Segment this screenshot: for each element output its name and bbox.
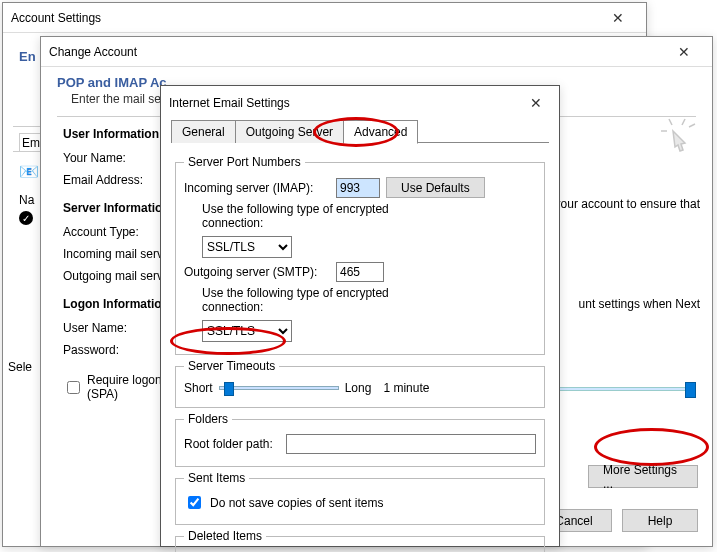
right-info-1: your account to ensure that [555, 197, 700, 211]
short-label: Short [184, 381, 213, 395]
group-legend: Server Timeouts [184, 359, 279, 373]
titlebar: Internet Email Settings ✕ [161, 86, 559, 120]
selected-label-fragment: Sele [8, 360, 32, 374]
svg-line-0 [669, 119, 672, 125]
spa-checkbox[interactable] [67, 381, 80, 394]
root-folder-label: Root folder path: [184, 437, 280, 451]
dialog-title: Internet Email Settings [169, 96, 521, 110]
svg-line-3 [689, 124, 695, 127]
internet-email-settings-dialog: Internet Email Settings ✕ General Outgoi… [160, 85, 560, 547]
timeout-slider[interactable] [219, 386, 339, 390]
server-timeouts-group: Server Timeouts Short Long 1 minute [175, 359, 545, 408]
close-icon[interactable]: ✕ [521, 89, 551, 117]
incoming-encryption-select[interactable]: SSL/TLS [202, 236, 292, 258]
outgoing-enc-label: Use the following type of encrypted conn… [202, 286, 452, 314]
close-icon[interactable]: ✕ [664, 38, 704, 66]
titlebar: Account Settings ✕ [3, 3, 646, 33]
window-title: Change Account [49, 45, 664, 59]
incoming-port-input[interactable] [336, 178, 380, 198]
outgoing-port-input[interactable] [336, 262, 384, 282]
tab-bar: General Outgoing Server Advanced [171, 120, 549, 143]
folders-group: Folders Root folder path: [175, 412, 545, 467]
window-title: Account Settings [11, 11, 598, 25]
server-port-numbers-group: Server Port Numbers Incoming server (IMA… [175, 155, 545, 355]
help-button[interactable]: Help [622, 509, 698, 532]
sent-items-group: Sent Items Do not save copies of sent it… [175, 471, 545, 525]
close-icon[interactable]: ✕ [598, 4, 638, 32]
timeout-value: 1 minute [383, 381, 429, 395]
root-folder-input[interactable] [286, 434, 536, 454]
use-defaults-button[interactable]: Use Defaults [386, 177, 485, 198]
group-legend: Folders [184, 412, 232, 426]
outgoing-smtp-label: Outgoing server (SMTP): [184, 265, 330, 279]
dont-save-sent-checkbox[interactable] [188, 496, 201, 509]
outgoing-encryption-select[interactable]: SSL/TLS [202, 320, 292, 342]
cursor-decor-icon [652, 113, 702, 153]
tab-outgoing-server[interactable]: Outgoing Server [235, 120, 344, 143]
group-legend: Server Port Numbers [184, 155, 305, 169]
long-label: Long [345, 381, 372, 395]
group-legend: Deleted Items [184, 529, 266, 543]
deleted-items-group: Deleted Items Mark items for deletion bu… [175, 529, 545, 552]
titlebar: Change Account ✕ [41, 37, 712, 67]
tab-advanced[interactable]: Advanced [343, 120, 418, 144]
tab-general[interactable]: General [171, 120, 236, 143]
dont-save-sent-label: Do not save copies of sent items [210, 496, 383, 510]
group-legend: Sent Items [184, 471, 249, 485]
incoming-imap-label: Incoming server (IMAP): [184, 181, 330, 195]
name-col-fragment: Na [19, 193, 34, 207]
incoming-enc-label: Use the following type of encrypted conn… [202, 202, 452, 230]
mail-icon: 📧 [19, 162, 39, 181]
slider-thumb[interactable] [224, 382, 234, 396]
more-settings-button[interactable]: More Settings ... [588, 465, 698, 488]
right-info-2: unt settings when Next [579, 297, 700, 311]
check-icon: ✓ [19, 211, 33, 225]
svg-line-1 [682, 119, 685, 125]
